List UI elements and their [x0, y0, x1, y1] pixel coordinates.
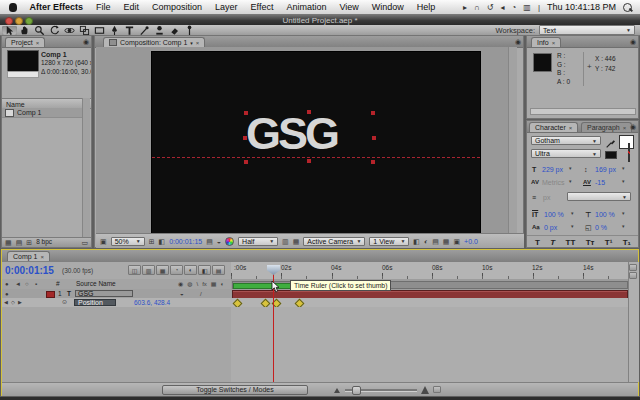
selection-handle[interactable]: [371, 160, 375, 164]
close-icon[interactable]: ×: [41, 254, 45, 260]
panel-menu-icon[interactable]: ◉: [515, 38, 521, 46]
superscript-button[interactable]: T¹: [605, 239, 613, 247]
menu-edit[interactable]: Edit: [117, 2, 146, 12]
timeline-current-time[interactable]: 0:00:01:15: [5, 265, 54, 276]
shy-switch-icon[interactable]: ◉: [178, 281, 183, 287]
tab-dropdown-icon[interactable]: ▾: [190, 40, 193, 46]
mask-shape-tool-icon[interactable]: [92, 26, 107, 35]
brainstorm-icon[interactable]: ◧: [198, 265, 211, 275]
next-keyframe-icon[interactable]: ▶: [18, 300, 22, 305]
menu-layer[interactable]: Layer: [209, 2, 245, 12]
project-bpc-button[interactable]: 8 bpc: [36, 239, 52, 246]
show-snapshot-icon[interactable]: ◒: [217, 238, 221, 245]
camera-select[interactable]: Active Camera ▼: [303, 237, 365, 246]
zoom-tool-icon[interactable]: [32, 26, 47, 35]
resolution-select[interactable]: Half ▼: [238, 237, 278, 246]
menu-file[interactable]: File: [90, 2, 118, 12]
clone-stamp-tool-icon[interactable]: [152, 26, 167, 35]
source-name-column-header[interactable]: Source Name: [76, 281, 116, 288]
video-column-icon[interactable]: ●: [5, 281, 9, 287]
project-list-item[interactable]: Comp 1: [2, 108, 87, 118]
project-scrollbar[interactable]: [82, 98, 90, 238]
time-ruler[interactable]: :00s 02s 04s 06s 08s 10s 12s 14s: [231, 262, 628, 280]
type-tool-icon[interactable]: [122, 26, 137, 35]
layer-quality-switch-icon[interactable]: ◒: [180, 291, 184, 297]
text-selection-box[interactable]: [246, 113, 373, 162]
eraser-tool-icon[interactable]: [167, 26, 182, 35]
interpret-footage-icon[interactable]: ▦: [5, 239, 12, 246]
layer-list-empty-area[interactable]: [2, 307, 232, 382]
selection-handle[interactable]: [307, 110, 311, 114]
view-layout-select[interactable]: 1 View ▼: [369, 237, 409, 246]
subscript-button[interactable]: T₁: [623, 239, 631, 247]
hand-tool-icon[interactable]: [17, 26, 32, 35]
selection-handle[interactable]: [371, 111, 375, 115]
headphones-icon[interactable]: ∩: [474, 3, 480, 12]
stroke-width-value[interactable]: px: [543, 194, 550, 201]
horizontal-scale-value[interactable]: 100 %: [595, 211, 615, 218]
timeline-button-icon[interactable]: ▤: [432, 238, 439, 245]
menu-clock[interactable]: Thu 10:41:18 PM: [547, 2, 616, 12]
dropdown-arrow-icon[interactable]: ▾: [622, 224, 625, 229]
menu-app[interactable]: After Effects: [23, 2, 90, 12]
composition-canvas[interactable]: GSG: [151, 51, 481, 235]
set-keyframe-icon[interactable]: ◇: [11, 300, 15, 305]
selection-handle[interactable]: [372, 136, 376, 140]
info-scroll-strip[interactable]: [530, 108, 636, 115]
orbit-camera-tool-icon[interactable]: [62, 26, 77, 35]
timeline-options-icon[interactable]: [433, 386, 441, 393]
layer-video-icon[interactable]: ●: [5, 291, 9, 297]
effects-switch-icon[interactable]: fx: [202, 281, 207, 287]
layer-number-column-header[interactable]: #: [56, 281, 60, 288]
kerning-value[interactable]: Metrics: [542, 179, 565, 186]
panel-menu-icon[interactable]: ◉: [630, 123, 636, 131]
current-time-display[interactable]: 0:00:01:15: [169, 238, 202, 245]
always-preview-icon[interactable]: ▣: [100, 238, 107, 245]
frame-blend-switch-icon[interactable]: ▦: [211, 281, 217, 287]
transparency-grid-icon[interactable]: ▦: [293, 238, 300, 245]
menu-effect[interactable]: Effect: [244, 2, 280, 12]
time-machine-icon[interactable]: ◔: [511, 3, 516, 12]
project-name-column-header[interactable]: Name: [6, 101, 25, 108]
reset-exposure-icon[interactable]: ▣: [453, 238, 460, 245]
workspace-select[interactable]: Text ▼: [539, 25, 635, 35]
dropdown-arrow-icon[interactable]: ▾: [571, 211, 574, 216]
pixel-aspect-icon[interactable]: ◧: [413, 238, 420, 245]
dropdown-arrow-icon[interactable]: ▾: [569, 166, 572, 171]
stroke-color-swatch[interactable]: [628, 143, 630, 162]
selection-handle[interactable]: [244, 160, 248, 164]
solo-column-icon[interactable]: ○: [25, 281, 29, 287]
safe-guides-icon[interactable]: ⊞: [149, 238, 155, 245]
project-tab[interactable]: Project ×: [5, 37, 45, 47]
selection-handle[interactable]: [243, 136, 247, 140]
toggle-switches-modes-button[interactable]: Toggle Switches / Modes: [162, 385, 308, 395]
property-name-chip[interactable]: Position: [74, 299, 116, 307]
paragraph-tab[interactable]: Paragraph ×: [581, 122, 632, 132]
menu-help[interactable]: Help: [410, 2, 442, 12]
collapse-switch-icon[interactable]: ◍: [187, 281, 192, 287]
channel-icon[interactable]: [225, 237, 234, 246]
quality-switch-icon[interactable]: \: [197, 281, 199, 287]
hide-shy-layers-icon[interactable]: ▦: [156, 265, 169, 275]
composition-viewer[interactable]: GSG: [96, 47, 517, 233]
flowchart-button-icon[interactable]: ▦: [443, 238, 450, 245]
sync-icon[interactable]: ↺: [487, 3, 494, 12]
viewer-vertical-scrollbar[interactable]: [508, 47, 517, 233]
dropdown-arrow-icon[interactable]: ▾: [569, 179, 572, 184]
audio-column-icon[interactable]: ◄: [15, 281, 21, 287]
faux-italic-button[interactable]: T: [550, 239, 555, 247]
stroke-style-select[interactable]: ▼: [567, 192, 631, 201]
snapshot-icon[interactable]: ▤: [206, 238, 213, 245]
panel-menu-icon[interactable]: ◉: [630, 38, 636, 46]
menu-window[interactable]: Window: [365, 2, 410, 12]
exposure-value[interactable]: +0.0: [464, 238, 478, 245]
comp-mini-flowchart-icon[interactable]: ◫: [128, 265, 141, 275]
tsume-value[interactable]: 0 %: [595, 224, 607, 231]
previous-keyframe-icon[interactable]: ◀: [4, 300, 8, 305]
tracking-value[interactable]: -15: [595, 179, 605, 186]
magnification-select[interactable]: 50% ▼: [111, 237, 145, 246]
puppet-pin-tool-icon[interactable]: [182, 26, 197, 35]
new-composition-icon[interactable]: ⊞: [26, 239, 32, 246]
spotlight-icon[interactable]: [623, 3, 632, 12]
new-folder-icon[interactable]: ▤: [16, 239, 23, 246]
